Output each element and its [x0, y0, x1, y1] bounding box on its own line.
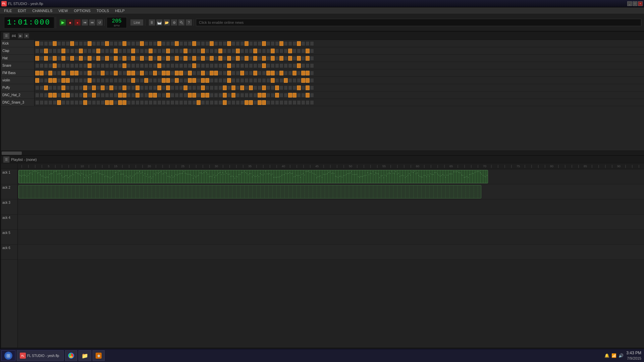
step-6-20[interactable]	[122, 85, 126, 90]
step-7-0[interactable]	[35, 93, 39, 98]
step-4-45[interactable]	[231, 71, 235, 75]
step-1-42[interactable]	[218, 49, 222, 53]
pl-track-name-3[interactable]: ack 4	[1, 215, 17, 230]
step-0-37[interactable]	[197, 41, 201, 46]
step-6-3[interactable]	[48, 85, 52, 90]
step-7-56[interactable]	[279, 93, 283, 98]
step-0-25[interactable]	[144, 41, 148, 46]
step-8-54[interactable]	[271, 100, 275, 105]
step-6-47[interactable]	[240, 85, 244, 90]
step-4-48[interactable]	[245, 71, 249, 75]
step-1-51[interactable]	[258, 49, 262, 53]
step-0-27[interactable]	[153, 41, 157, 46]
step-7-32[interactable]	[175, 93, 179, 98]
step-1-10[interactable]	[79, 49, 83, 53]
step-3-28[interactable]	[157, 63, 161, 68]
step-3-3[interactable]	[48, 63, 52, 68]
step-8-18[interactable]	[114, 100, 118, 105]
step-7-50[interactable]	[253, 93, 257, 98]
step-6-17[interactable]	[109, 85, 113, 90]
step-4-62[interactable]	[306, 71, 310, 75]
step-1-61[interactable]	[301, 49, 305, 53]
menu-item-file[interactable]: FILE	[1, 8, 14, 13]
step-2-42[interactable]	[218, 56, 222, 61]
step-4-37[interactable]	[197, 71, 201, 75]
step-6-29[interactable]	[162, 85, 166, 90]
step-8-13[interactable]	[92, 100, 96, 105]
step-8-41[interactable]	[214, 100, 218, 105]
step-6-37[interactable]	[197, 85, 201, 90]
step-1-55[interactable]	[275, 49, 279, 53]
step-4-7[interactable]	[66, 71, 70, 75]
step-7-2[interactable]	[44, 93, 48, 98]
step-7-28[interactable]	[157, 93, 161, 98]
step-1-0[interactable]	[35, 49, 39, 53]
step-1-19[interactable]	[118, 49, 122, 53]
step-3-7[interactable]	[66, 63, 70, 68]
step-2-27[interactable]	[153, 56, 157, 61]
step-8-16[interactable]	[105, 100, 109, 105]
step-5-12[interactable]	[88, 78, 92, 83]
step-7-37[interactable]	[197, 93, 201, 98]
step-8-62[interactable]	[306, 100, 310, 105]
step-4-52[interactable]	[262, 71, 266, 75]
step-8-47[interactable]	[240, 100, 244, 105]
step-5-39[interactable]	[205, 78, 209, 83]
step-3-39[interactable]	[205, 63, 209, 68]
step-7-63[interactable]	[310, 93, 314, 98]
seq-menu-button[interactable]: ☰	[3, 33, 10, 39]
step-0-17[interactable]	[109, 41, 113, 46]
step-2-45[interactable]	[231, 56, 235, 61]
step-5-0[interactable]	[35, 78, 39, 83]
step-0-40[interactable]	[210, 41, 214, 46]
record-button[interactable]: ●	[74, 19, 81, 26]
step-6-33[interactable]	[179, 85, 183, 90]
step-5-53[interactable]	[266, 78, 270, 83]
step-0-7[interactable]	[66, 41, 70, 46]
step-5-52[interactable]	[262, 78, 266, 83]
step-2-3[interactable]	[48, 56, 52, 61]
step-7-41[interactable]	[214, 93, 218, 98]
step-4-38[interactable]	[201, 71, 205, 75]
step-7-30[interactable]	[166, 93, 170, 98]
step-0-16[interactable]	[105, 41, 109, 46]
menu-item-channels[interactable]: CHANNELS	[30, 8, 55, 13]
step-6-55[interactable]	[275, 85, 279, 90]
seq-track-name-5[interactable]: violin	[1, 77, 35, 84]
step-8-45[interactable]	[231, 100, 235, 105]
menu-item-tools[interactable]: TOOLS	[94, 8, 112, 13]
step-8-38[interactable]	[201, 100, 205, 105]
step-7-58[interactable]	[288, 93, 292, 98]
step-7-39[interactable]	[205, 93, 209, 98]
step-0-49[interactable]	[249, 41, 253, 46]
step-5-28[interactable]	[157, 78, 161, 83]
step-7-40[interactable]	[210, 93, 214, 98]
step-8-11[interactable]	[83, 100, 87, 105]
step-3-11[interactable]	[83, 63, 87, 68]
step-2-56[interactable]	[279, 56, 283, 61]
step-3-53[interactable]	[266, 63, 270, 68]
step-0-48[interactable]	[245, 41, 249, 46]
step-5-44[interactable]	[227, 78, 231, 83]
step-1-47[interactable]	[240, 49, 244, 53]
step-3-2[interactable]	[44, 63, 48, 68]
step-0-5[interactable]	[57, 41, 61, 46]
seq-track-name-3[interactable]: Snare	[1, 62, 35, 69]
step-7-36[interactable]	[192, 93, 196, 98]
step-8-37[interactable]	[197, 100, 201, 105]
step-8-15[interactable]	[101, 100, 105, 105]
step-2-8[interactable]	[70, 56, 74, 61]
step-4-53[interactable]	[266, 71, 270, 75]
step-6-62[interactable]	[306, 85, 310, 90]
step-1-48[interactable]	[245, 49, 249, 53]
step-1-39[interactable]	[205, 49, 209, 53]
step-7-47[interactable]	[240, 93, 244, 98]
skip-back-button[interactable]: ⏮	[82, 19, 88, 26]
step-5-51[interactable]	[258, 78, 262, 83]
step-6-22[interactable]	[131, 85, 135, 90]
pl-track-name-0[interactable]: ack 1	[1, 169, 17, 184]
piano-roll-icon[interactable]: 🎹	[156, 19, 163, 26]
step-4-34[interactable]	[183, 71, 187, 75]
settings-icon[interactable]: ⚙	[171, 19, 177, 26]
step-6-31[interactable]	[170, 85, 174, 90]
